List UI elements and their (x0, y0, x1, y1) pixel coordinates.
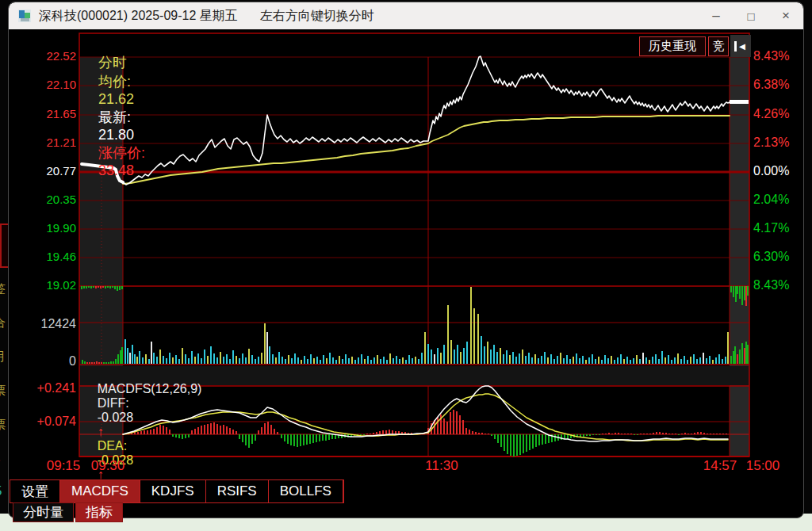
diff-value: -0.028 (98, 411, 133, 424)
time-tick: 15:00 (739, 458, 787, 474)
auction-button[interactable]: 竞 (708, 36, 729, 56)
percent-tick: 2.13% (753, 136, 810, 150)
collapse-arrow-icon[interactable]: ◄ (730, 35, 751, 57)
percent-tick: 6.30% (753, 250, 810, 264)
avg-value: 21.62 (98, 91, 134, 107)
screen: 签合月票票3 5 深科技(000021) 2025-09-12 星期五 左右方向… (0, 0, 812, 531)
tab-volume[interactable]: 分时量 (13, 502, 74, 522)
window-title: 深科技(000021) 2025-09-12 星期五 (39, 8, 238, 25)
time-tick: 09:30 (84, 458, 132, 474)
time-tick: 11:30 (418, 458, 465, 474)
limit-up-value: 33.48 (98, 162, 134, 178)
price-tick: 20.35 (24, 193, 76, 206)
price-tick-open: 20.77 (24, 164, 76, 178)
tab-indicator[interactable]: 指标 (75, 502, 123, 522)
time-tick: 09:15 (40, 458, 87, 474)
percent-tick-zero: 0.00% (753, 164, 810, 178)
percent-tick: 8.43% (753, 49, 810, 63)
background-window-text-fragment: 签合月票票3 (0, 271, 7, 479)
minimize-button[interactable]: – (699, 2, 733, 29)
indicator-tab-bar: 设置 MACDFS KDJFS RSIFS BOLLFS (10, 479, 344, 503)
percent-tick: 2.04% (753, 193, 810, 207)
price-tick: 22.10 (24, 78, 76, 91)
tab-settings[interactable]: 设置 (10, 480, 60, 502)
maximize-button[interactable]: □ (733, 2, 768, 29)
diff-label: DIFF: (98, 396, 129, 410)
time-tick: 14:57 (696, 458, 744, 474)
diff-arrow-icon: ↑ (98, 425, 104, 438)
percent-tick: 4.17% (753, 221, 810, 235)
macd-tick: +0.241 (24, 381, 76, 395)
quote-summary: 分时 均价: 21.62 最新: 21.80 涨停价: 33.48 (82, 36, 150, 196)
percent-tick: 6.38% (753, 78, 810, 92)
macd-name: MACDFS(12,26,9) (98, 382, 202, 395)
price-tick: 21.21 (24, 136, 76, 149)
price-tick: 19.46 (24, 250, 76, 263)
limit-up-label: 涨停价: (98, 145, 145, 161)
volume-zero-label: 0 (24, 354, 76, 369)
tab-macdfs[interactable]: MACDFS (60, 480, 140, 502)
tab-kdjfs[interactable]: KDJFS (140, 480, 206, 502)
app-icon (18, 10, 31, 22)
dea-label: DEA: (98, 439, 127, 453)
history-replay-button[interactable]: 历史重现 (639, 36, 706, 56)
price-tick: 21.65 (24, 107, 76, 120)
price-tick: 19.02 (24, 278, 76, 292)
window-title-hint: 左右方向键切换分时 (260, 8, 374, 25)
last-value: 21.80 (98, 127, 134, 143)
background-window-text-fragment: 5 (0, 483, 8, 507)
volume-max-label: 12424 (24, 317, 76, 331)
last-label: 最新: (98, 109, 131, 125)
price-tick: 19.90 (24, 221, 76, 235)
macd-tick: +0.074 (24, 414, 76, 429)
panel-tab-bar: 分时量 指标 (13, 502, 124, 522)
close-button[interactable]: × (768, 2, 803, 29)
avg-label: 均价: (98, 74, 131, 90)
mode-label: 分时 (98, 55, 127, 71)
title-bar[interactable]: 深科技(000021) 2025-09-12 星期五 左右方向键切换分时 – □… (9, 2, 803, 29)
tab-bollfs[interactable]: BOLLFS (269, 480, 343, 502)
percent-tick: 4.26% (753, 107, 810, 121)
price-tick: 22.52 (24, 49, 76, 63)
percent-tick: 8.43% (753, 278, 810, 292)
tab-rsifs[interactable]: RSIFS (206, 480, 269, 502)
